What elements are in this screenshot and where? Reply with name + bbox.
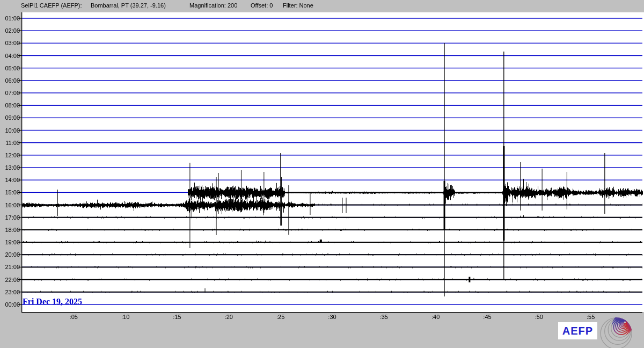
hour-label: 04:00 bbox=[0, 53, 20, 59]
hour-label: 20:00 bbox=[0, 251, 20, 258]
minute-label: :25 bbox=[270, 314, 291, 320]
location-label: Bombarral, PT (39.27, -9.16) bbox=[91, 2, 166, 9]
hour-label: 15:00 bbox=[0, 189, 20, 195]
hour-label: 21:00 bbox=[0, 264, 20, 270]
hour-label: 00:00 bbox=[0, 301, 20, 308]
hour-label: 07:00 bbox=[0, 90, 20, 96]
hour-label: 12:00 bbox=[0, 152, 20, 158]
minute-label: :45 bbox=[477, 314, 498, 320]
minute-label: :55 bbox=[580, 314, 602, 320]
minute-label: :40 bbox=[425, 314, 447, 320]
minute-label: :50 bbox=[528, 314, 550, 320]
hour-label: 06:00 bbox=[0, 77, 20, 84]
station-label: SeiPi1 CAEFP (AEFP): bbox=[21, 2, 82, 9]
offset-label: Offset: 0 bbox=[251, 2, 273, 9]
minute-label: :35 bbox=[373, 314, 394, 320]
hour-label: 13:00 bbox=[0, 164, 20, 171]
hour-label: 19:00 bbox=[0, 239, 20, 245]
hour-label: 18:00 bbox=[0, 227, 20, 233]
hour-label: 16:00 bbox=[0, 202, 20, 208]
magnification-label: Magnification: 200 bbox=[189, 2, 237, 9]
hour-label: 03:00 bbox=[0, 40, 20, 46]
hour-label: 11:00 bbox=[0, 140, 20, 146]
helicorder-window: SeiPi1 CAEFP (AEFP): Bombarral, PT (39.2… bbox=[0, 0, 644, 348]
hour-label: 10:00 bbox=[0, 127, 20, 134]
helicorder-plot-canvas[interactable] bbox=[0, 0, 644, 348]
hour-label: 05:00 bbox=[0, 65, 20, 71]
hour-label: 02:00 bbox=[0, 27, 20, 34]
hour-label: 09:00 bbox=[0, 114, 20, 121]
hour-label: 01:00 bbox=[0, 15, 20, 21]
aefp-logo: AEFP bbox=[558, 322, 597, 339]
seismic-spiral-icon bbox=[600, 316, 634, 348]
date-label: Fri Dec 19, 2025 bbox=[23, 297, 82, 307]
hour-label: 14:00 bbox=[0, 177, 20, 183]
minute-label: :30 bbox=[321, 314, 343, 320]
hour-label: 23:00 bbox=[0, 289, 20, 295]
minute-label: :05 bbox=[63, 314, 84, 320]
hour-label: 17:00 bbox=[0, 214, 20, 221]
minute-label: :20 bbox=[218, 314, 239, 320]
minute-label: :15 bbox=[166, 314, 188, 320]
hour-label: 22:00 bbox=[0, 277, 20, 283]
filter-label: Filter: None bbox=[283, 2, 313, 9]
hour-label: 08:00 bbox=[0, 102, 20, 108]
minute-label: :10 bbox=[115, 314, 136, 320]
aefp-logo-text: AEFP bbox=[562, 325, 593, 337]
